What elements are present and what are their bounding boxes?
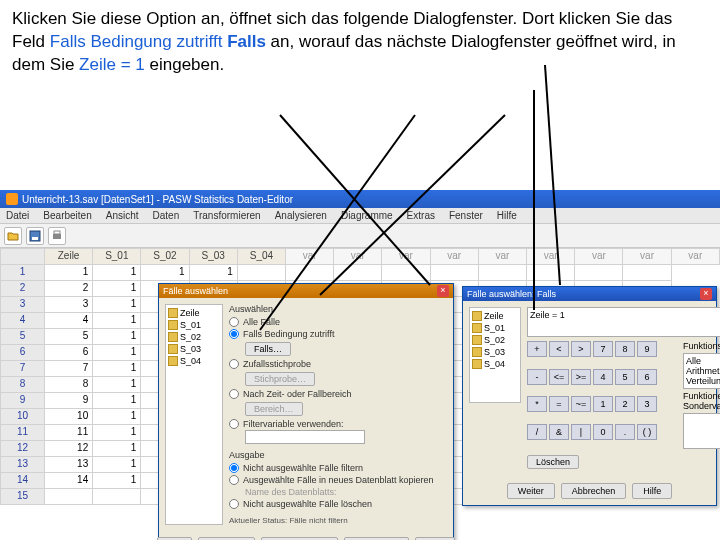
data-cell[interactable]: 10	[45, 409, 93, 425]
data-cell[interactable]: 1	[93, 329, 141, 345]
data-cell[interactable]	[237, 265, 285, 281]
table-row[interactable]: 11111	[1, 265, 720, 281]
data-cell[interactable]: 8	[45, 377, 93, 393]
print-icon[interactable]	[48, 227, 66, 245]
menu-bearbeiten[interactable]: Bearbeiten	[43, 210, 91, 221]
menu-transformieren[interactable]: Transformieren	[193, 210, 260, 221]
row-header[interactable]: 7	[1, 361, 45, 377]
keypad-key[interactable]: 5	[615, 369, 635, 385]
data-cell[interactable]: 11	[45, 425, 93, 441]
keypad-key[interactable]: 7	[593, 341, 613, 357]
keypad-key[interactable]: ~=	[571, 396, 591, 412]
data-cell[interactable]: 1	[93, 377, 141, 393]
keypad-key[interactable]: 8	[615, 341, 635, 357]
data-cell[interactable]: 1	[93, 265, 141, 281]
keypad-key[interactable]: <	[549, 341, 569, 357]
keypad-key[interactable]: -	[527, 369, 547, 385]
menu-hilfe[interactable]: Hilfe	[497, 210, 517, 221]
save-icon[interactable]	[26, 227, 44, 245]
data-cell[interactable]: 5	[45, 329, 93, 345]
menu-analysieren[interactable]: Analysieren	[275, 210, 327, 221]
col-zeile[interactable]: Zeile	[45, 249, 93, 265]
data-cell[interactable]	[430, 265, 478, 281]
keypad-key[interactable]: +	[527, 341, 547, 357]
data-cell[interactable]	[527, 265, 575, 281]
row-header[interactable]: 9	[1, 393, 45, 409]
data-cell[interactable]	[93, 489, 141, 505]
keypad-key[interactable]: 0	[593, 424, 613, 440]
data-cell[interactable]: 13	[45, 457, 93, 473]
keypad-key[interactable]: =	[549, 396, 569, 412]
radio-filter-out[interactable]: Nicht ausgewählte Fälle filtern	[229, 462, 447, 474]
row-header[interactable]: 13	[1, 457, 45, 473]
menu-datei[interactable]: Datei	[6, 210, 29, 221]
variable-list[interactable]: Zeile S_01 S_02 S_03 S_04	[165, 304, 223, 525]
keypad-key[interactable]: |	[571, 424, 591, 440]
continue-button[interactable]: Weiter	[507, 483, 555, 499]
keypad-key[interactable]: 9	[637, 341, 657, 357]
expression-input[interactable]: Zeile = 1	[527, 307, 720, 337]
row-header[interactable]: 12	[1, 441, 45, 457]
keypad-key[interactable]: ( )	[637, 424, 657, 440]
keypad-key[interactable]: <=	[549, 369, 569, 385]
col-s04[interactable]: S_04	[237, 249, 285, 265]
data-cell[interactable]	[334, 265, 382, 281]
dialog1-titlebar[interactable]: Fälle auswählen ×	[159, 284, 453, 298]
variable-list[interactable]: Zeile S_01 S_02 S_03 S_04	[469, 307, 521, 403]
keypad-key[interactable]: 6	[637, 369, 657, 385]
data-cell[interactable]: 4	[45, 313, 93, 329]
row-header[interactable]: 15	[1, 489, 45, 505]
radio-if-condition[interactable]: Falls Bedingung zutrifft	[229, 328, 447, 340]
data-cell[interactable]: 1	[93, 313, 141, 329]
help-button[interactable]: Hilfe	[632, 483, 672, 499]
keypad-key[interactable]: .	[615, 424, 635, 440]
row-header[interactable]: 1	[1, 265, 45, 281]
data-cell[interactable]: 3	[45, 297, 93, 313]
data-cell[interactable]: 9	[45, 393, 93, 409]
row-header[interactable]: 6	[1, 345, 45, 361]
function-group-list[interactable]: Alle Arithmetisch Verteilungsfunktionen …	[683, 353, 720, 389]
keypad-key[interactable]: /	[527, 424, 547, 440]
functions-list[interactable]	[683, 413, 720, 449]
row-header[interactable]: 3	[1, 297, 45, 313]
row-header[interactable]: 5	[1, 329, 45, 345]
radio-filter-variable[interactable]: Filtervariable verwenden:	[229, 418, 447, 430]
data-cell[interactable]: 2	[45, 281, 93, 297]
menu-fenster[interactable]: Fenster	[449, 210, 483, 221]
data-cell[interactable]: 1	[141, 265, 189, 281]
keypad-key[interactable]: 3	[637, 396, 657, 412]
keypad-key[interactable]: 2	[615, 396, 635, 412]
row-header[interactable]: 4	[1, 313, 45, 329]
data-cell[interactable]: 1	[45, 265, 93, 281]
data-cell[interactable]	[623, 265, 671, 281]
data-cell[interactable]: 1	[93, 393, 141, 409]
delete-button[interactable]: Löschen	[527, 455, 579, 469]
menu-diagramme[interactable]: Diagramme	[341, 210, 393, 221]
sample-button[interactable]: Stichprobe…	[245, 372, 315, 386]
data-cell[interactable]: 1	[93, 361, 141, 377]
close-icon[interactable]: ×	[437, 285, 449, 297]
data-cell[interactable]: 12	[45, 441, 93, 457]
open-icon[interactable]	[4, 227, 22, 245]
radio-random-sample[interactable]: Zufallsstichprobe	[229, 358, 447, 370]
data-cell[interactable]: 6	[45, 345, 93, 361]
data-cell[interactable]: 1	[93, 441, 141, 457]
if-button[interactable]: Falls…	[245, 342, 291, 356]
data-cell[interactable]	[45, 489, 93, 505]
filter-variable-input[interactable]	[245, 430, 365, 444]
keypad-key[interactable]: 1	[593, 396, 613, 412]
keypad-key[interactable]: >=	[571, 369, 591, 385]
keypad-key[interactable]: &	[549, 424, 569, 440]
data-cell[interactable]	[382, 265, 430, 281]
col-s01[interactable]: S_01	[93, 249, 141, 265]
dialog2-titlebar[interactable]: Fälle auswählen: Falls ×	[463, 287, 716, 301]
row-header[interactable]: 2	[1, 281, 45, 297]
data-cell[interactable]: 1	[189, 265, 237, 281]
menu-extras[interactable]: Extras	[407, 210, 435, 221]
data-cell[interactable]	[478, 265, 526, 281]
data-cell[interactable]: 1	[93, 409, 141, 425]
data-cell[interactable]: 1	[93, 297, 141, 313]
data-cell[interactable]	[575, 265, 623, 281]
close-icon[interactable]: ×	[700, 288, 712, 300]
keypad-key[interactable]: >	[571, 341, 591, 357]
